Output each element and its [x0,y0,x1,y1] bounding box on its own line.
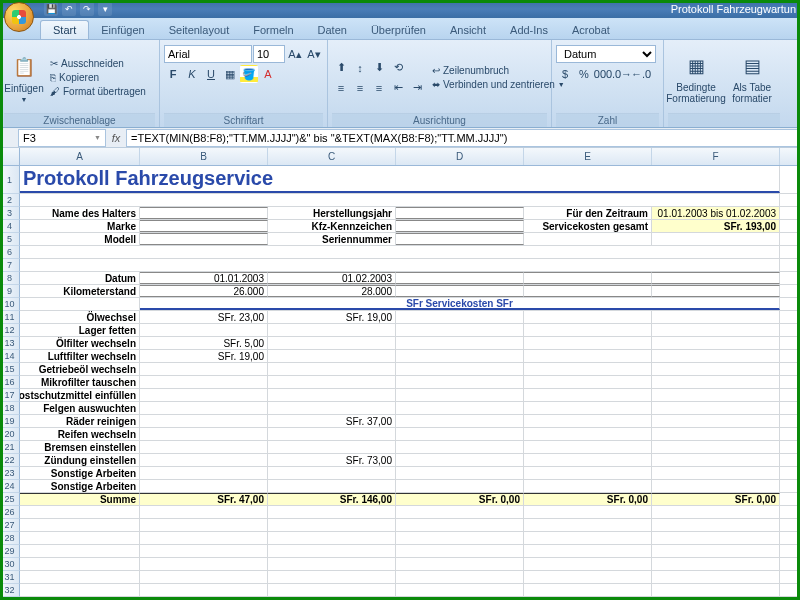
cut-button[interactable]: ✂Ausschneiden [47,57,149,70]
row-header[interactable]: 6 [0,246,20,259]
row-header[interactable]: 4 [0,220,20,233]
cell[interactable]: 01.02.2003 [268,272,396,284]
cell[interactable] [396,415,524,427]
row-header[interactable]: 3 [0,207,20,220]
row-header[interactable]: 29 [0,545,20,558]
cell[interactable] [652,532,780,544]
cell[interactable] [140,233,268,245]
label-zeitraum[interactable]: Für den Zeitraum [524,207,652,219]
cell[interactable] [140,480,268,492]
cell[interactable] [652,415,780,427]
cell[interactable] [20,532,140,544]
service-label[interactable]: Luftfilter wechseln [20,350,140,362]
tab-addins[interactable]: Add-Ins [498,21,560,39]
cell[interactable] [524,467,652,479]
office-button[interactable] [4,2,34,32]
cell[interactable] [652,233,780,245]
row-header[interactable]: 1 [0,166,20,194]
cell[interactable] [652,324,780,336]
indent-inc-button[interactable]: ⇥ [408,79,426,97]
row-header[interactable]: 23 [0,467,20,480]
cell[interactable] [140,584,268,596]
formula-input[interactable] [126,129,800,147]
col-header[interactable]: B [140,148,268,165]
row-header[interactable]: 15 [0,363,20,376]
grow-font-button[interactable]: A▴ [286,45,304,63]
cell[interactable] [396,428,524,440]
cell[interactable] [524,272,652,284]
cell[interactable] [140,207,268,219]
cell[interactable] [268,363,396,375]
row-header[interactable]: 16 [0,376,20,389]
service-label[interactable]: Lager fetten [20,324,140,336]
row-header[interactable]: 8 [0,272,20,285]
cell[interactable] [396,376,524,388]
cell[interactable] [524,337,652,349]
fx-icon[interactable]: fx [106,132,126,144]
cell[interactable] [268,532,396,544]
cell[interactable] [524,324,652,336]
cell[interactable] [396,571,524,583]
cell[interactable] [652,337,780,349]
tab-ueberpruefen[interactable]: Überprüfen [359,21,438,39]
cell[interactable] [140,428,268,440]
qat-undo-icon[interactable]: ↶ [62,2,76,16]
service-label[interactable]: Reifen wechseln [20,428,140,440]
cell[interactable]: SFr. 23,00 [140,311,268,323]
col-header[interactable]: E [524,148,652,165]
cell[interactable] [524,519,652,531]
cell[interactable] [140,324,268,336]
row-header[interactable]: 27 [0,519,20,532]
service-label[interactable]: Sonstige Arbeiten [20,467,140,479]
cell[interactable] [396,311,524,323]
cell[interactable] [652,584,780,596]
cell[interactable]: SFr. 19,00 [140,350,268,362]
cell[interactable] [652,272,780,284]
cell[interactable] [524,415,652,427]
cell[interactable] [652,506,780,518]
row-header[interactable]: 22 [0,454,20,467]
cell[interactable] [524,454,652,466]
cell[interactable] [396,233,524,245]
cell[interactable] [140,376,268,388]
row-header[interactable]: 17 [0,389,20,402]
cell[interactable] [396,558,524,570]
cell[interactable] [524,545,652,557]
cell[interactable] [524,571,652,583]
cell[interactable]: 01.01.2003 [140,272,268,284]
cell[interactable] [396,220,524,232]
cell[interactable] [396,441,524,453]
cell[interactable] [652,545,780,557]
cell[interactable] [268,545,396,557]
cell[interactable] [20,246,780,258]
service-label[interactable]: Räder reinigen [20,415,140,427]
indent-dec-button[interactable]: ⇤ [389,79,407,97]
cell[interactable] [652,441,780,453]
cell[interactable] [652,571,780,583]
cell[interactable] [140,545,268,557]
row-header[interactable]: 9 [0,285,20,298]
paste-button[interactable]: 📋 Einfügen ▼ [4,47,44,109]
cell[interactable] [20,571,140,583]
align-top-button[interactable]: ⬆ [332,59,350,77]
conditional-format-button[interactable]: ▦ Bedingte Formatierung [668,47,724,109]
cell[interactable] [268,519,396,531]
cell[interactable] [652,428,780,440]
cell[interactable] [524,233,652,245]
row-header[interactable]: 2 [0,194,20,207]
cell[interactable]: SFr. 0,00 [524,493,652,505]
cell[interactable] [652,363,780,375]
cell[interactable] [652,350,780,362]
cell[interactable] [396,454,524,466]
tab-seitenlayout[interactable]: Seitenlayout [157,21,242,39]
copy-button[interactable]: ⎘Kopieren [47,71,149,84]
cell[interactable] [268,376,396,388]
tab-daten[interactable]: Daten [306,21,359,39]
cell[interactable] [268,480,396,492]
cell[interactable] [396,350,524,362]
cell[interactable] [524,584,652,596]
cell[interactable] [268,428,396,440]
document-title[interactable]: Protokoll Fahrzeugservice [20,166,780,193]
service-label[interactable]: Ölfilter wechseln [20,337,140,349]
cell[interactable] [20,506,140,518]
